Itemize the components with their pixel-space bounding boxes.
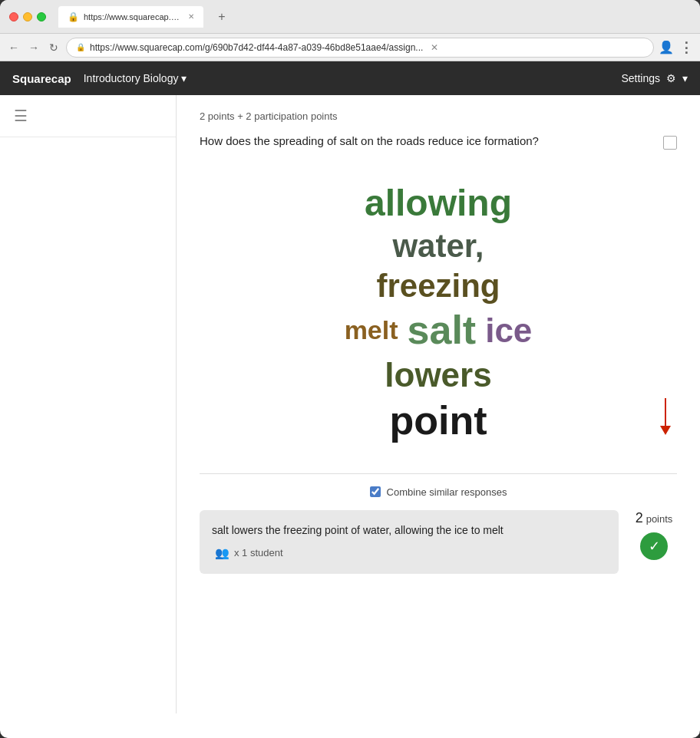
app-nav-right: Settings ⚙ ▾ (621, 72, 688, 84)
tab-title: https://www.squarecap.com/g... (84, 12, 183, 21)
word-point: point (389, 399, 487, 443)
word-salt: salt (408, 308, 477, 352)
word-cloud-row-0: allowing (365, 183, 512, 224)
points-header: 2 points + 2 participation points (200, 110, 677, 122)
menu-icon[interactable]: ⋮ (679, 40, 694, 55)
url-input[interactable]: 🔒 https://www.squarecap.com/g/690b7d42-d… (66, 38, 654, 58)
bottom-pad (200, 574, 677, 597)
settings-dropdown-icon[interactable]: ▾ (682, 72, 688, 84)
settings-label[interactable]: Settings (621, 72, 660, 84)
student-count-row: 👥 x 1 student (212, 545, 606, 562)
arrow-line (665, 398, 666, 426)
url-text: https://www.squarecap.com/g/690b7d42-df4… (90, 42, 423, 53)
word-cloud-row-2: freezing (376, 269, 500, 304)
response-card: salt lowers the freezing point of water,… (200, 510, 619, 575)
maximize-button[interactable] (37, 12, 46, 21)
back-button[interactable]: ← (6, 40, 21, 55)
course-selector[interactable]: Introductory Biology ▾ (84, 72, 187, 84)
response-text: salt lowers the freezing point of water,… (212, 524, 504, 536)
traffic-lights (9, 12, 46, 21)
word-water: water, (392, 229, 484, 264)
question-checkbox[interactable] (663, 136, 677, 150)
word-ice: ice (485, 312, 532, 349)
combine-checkbox[interactable] (370, 486, 381, 497)
minimize-button[interactable] (23, 12, 32, 21)
word-cloud-row-5: point (389, 399, 487, 443)
close-button[interactable] (9, 12, 18, 21)
sidebar-nav-icon[interactable]: ☰ (9, 104, 32, 127)
title-bar: 🔒 https://www.squarecap.com/g... ✕ + (0, 0, 700, 34)
app-nav: Squarecap Introductory Biology ▾ Setting… (0, 61, 700, 95)
sidebar: ☰ (0, 95, 177, 713)
red-arrow-container (660, 398, 671, 435)
points-display: 2 points (636, 510, 673, 526)
combine-row: Combine similar responses (200, 486, 677, 498)
word-freezing: freezing (376, 269, 500, 304)
app-logo: Squarecap (12, 72, 71, 85)
green-check-icon: ✓ (640, 532, 668, 560)
question-row: How does the spreading of salt on the ro… (200, 134, 677, 150)
reload-button[interactable]: ↻ (46, 40, 61, 55)
lock-icon: 🔒 (76, 43, 85, 51)
browser-window: 🔒 https://www.squarecap.com/g... ✕ + ← →… (0, 0, 700, 738)
forward-button[interactable]: → (26, 40, 41, 55)
response-meta: 2 points ✓ (631, 510, 677, 560)
points-label: points (646, 513, 673, 525)
profile-icon[interactable]: 👤 (659, 40, 674, 55)
content-area: 2 points + 2 participation points How do… (177, 95, 700, 713)
word-cloud-wrapper: allowing water, freezing melt (200, 168, 677, 466)
points-number: 2 (636, 510, 643, 526)
main-layout: ☰ 2 points + 2 participation points How … (0, 95, 700, 713)
response-section: salt lowers the freezing point of water,… (200, 510, 677, 575)
question-text: How does the spreading of salt on the ro… (200, 134, 654, 147)
word-lowers: lowers (385, 357, 491, 394)
browser-tab[interactable]: 🔒 https://www.squarecap.com/g... ✕ (58, 6, 203, 28)
settings-gear-icon[interactable]: ⚙ (666, 72, 676, 84)
tab-favicon: 🔒 (68, 12, 79, 22)
students-icon: 👥 (215, 545, 229, 562)
new-tab-button[interactable]: + (213, 8, 231, 26)
course-dropdown-icon: ▾ (181, 72, 187, 84)
url-bar-row: ← → ↻ 🔒 https://www.squarecap.com/g/690b… (0, 34, 700, 61)
combine-label[interactable]: Combine similar responses (387, 486, 507, 498)
course-name: Introductory Biology (84, 72, 179, 84)
word-melt: melt (345, 316, 398, 344)
word-cloud-inner: allowing water, freezing melt (207, 183, 669, 443)
app-nav-left: Squarecap Introductory Biology ▾ (12, 72, 187, 85)
tab-close-icon[interactable]: ✕ (188, 12, 194, 21)
student-count-text: x 1 student (234, 545, 283, 561)
word-allowing: allowing (365, 183, 512, 224)
url-clear-icon[interactable]: ✕ (431, 42, 438, 53)
word-cloud-row-4: lowers (385, 357, 491, 394)
arrow-head (660, 426, 671, 435)
word-cloud: allowing water, freezing melt (200, 168, 677, 466)
word-cloud-row-3: melt salt ice (345, 308, 533, 352)
word-cloud-row-1: water, (392, 229, 484, 264)
sidebar-top: ☰ (0, 95, 176, 137)
section-divider (200, 473, 677, 474)
